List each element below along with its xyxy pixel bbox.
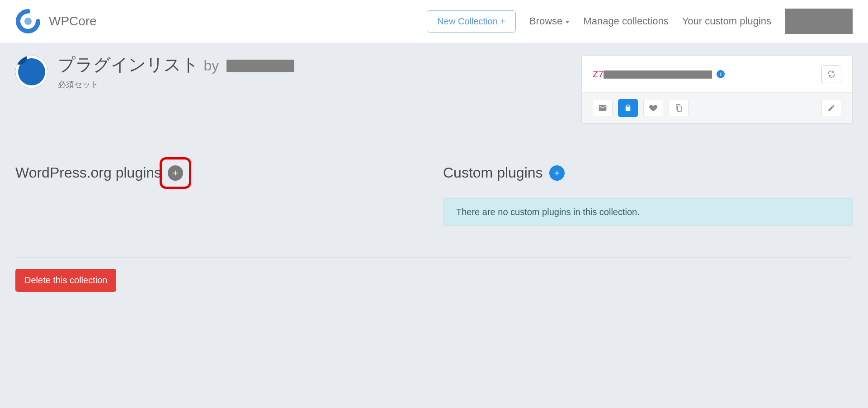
pencil-icon xyxy=(827,104,835,112)
manage-collections-label: Manage collections xyxy=(583,15,668,27)
collection-header: プラグインリスト by 必須セット xyxy=(15,56,563,90)
delete-collection-label: Delete this collection xyxy=(24,275,107,285)
custom-plugins-title: Custom plugins xyxy=(443,164,543,181)
add-wporg-plugin-button[interactable] xyxy=(168,165,183,181)
by-label: by xyxy=(204,57,219,74)
custom-plugins-link[interactable]: Your custom plugins xyxy=(682,15,771,27)
browse-label: Browse xyxy=(529,15,562,27)
user-menu[interactable] xyxy=(785,9,853,34)
nav-links: New Collection + Browse Manage collectio… xyxy=(427,9,853,34)
collection-title: プラグインリスト by xyxy=(58,56,294,75)
top-nav: WPCore New Collection + Browse Manage co… xyxy=(0,0,868,43)
email-icon xyxy=(598,103,607,113)
author-name[interactable] xyxy=(226,60,294,72)
browse-dropdown[interactable]: Browse xyxy=(529,15,570,27)
new-collection-button[interactable]: New Collection + xyxy=(427,10,516,33)
divider xyxy=(15,258,853,258)
copy-icon xyxy=(675,104,683,112)
privacy-button[interactable] xyxy=(618,99,638,117)
collection-key: Z7 i xyxy=(593,69,725,80)
svg-point-0 xyxy=(24,18,32,25)
edit-button[interactable] xyxy=(821,99,841,117)
brand-name: WPCore xyxy=(49,14,97,28)
chevron-down-icon xyxy=(565,21,570,23)
custom-plugins-empty: There are no custom plugins in this coll… xyxy=(443,198,853,226)
email-button[interactable] xyxy=(593,99,613,117)
brand[interactable]: WPCore xyxy=(15,9,97,34)
avatar xyxy=(15,56,48,88)
lock-icon xyxy=(624,104,632,112)
logo-icon xyxy=(15,9,41,34)
refresh-icon xyxy=(827,70,835,78)
collection-title-text: プラグインリスト xyxy=(58,55,199,74)
collection-key-prefix: Z7 xyxy=(593,69,604,79)
favorite-button[interactable] xyxy=(643,99,663,117)
collection-subtitle: 必須セット xyxy=(58,79,294,90)
manage-collections-link[interactable]: Manage collections xyxy=(583,15,668,27)
collection-key-hidden xyxy=(604,70,712,79)
heart-icon xyxy=(649,103,658,113)
copy-button[interactable] xyxy=(669,99,689,117)
refresh-key-button[interactable] xyxy=(821,65,841,83)
plus-icon xyxy=(553,169,561,177)
add-custom-plugin-button[interactable] xyxy=(549,165,565,181)
collection-key-panel: Z7 i xyxy=(581,56,853,124)
new-collection-label: New Collection + xyxy=(437,16,505,27)
info-icon[interactable]: i xyxy=(717,70,725,78)
page-content: プラグインリスト by 必須セット Z7 i xyxy=(0,43,868,408)
custom-plugins-section: Custom plugins There are no custom plugi… xyxy=(443,164,853,226)
custom-plugins-label: Your custom plugins xyxy=(682,15,771,27)
wporg-plugins-section: WordPress.org plugins xyxy=(15,164,425,226)
plus-icon xyxy=(171,169,179,177)
delete-collection-button[interactable]: Delete this collection xyxy=(15,269,116,292)
wporg-plugins-title: WordPress.org plugins xyxy=(15,164,161,181)
